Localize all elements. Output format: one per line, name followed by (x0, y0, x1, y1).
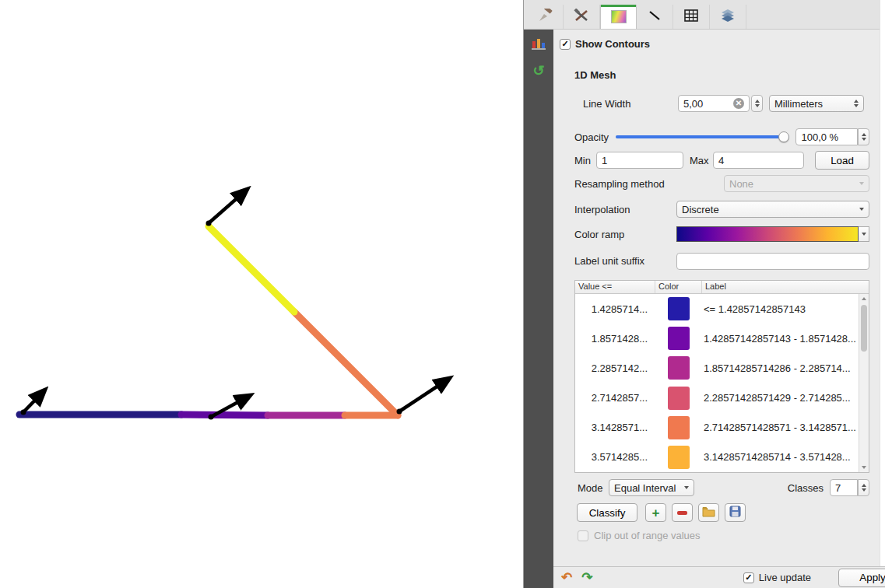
show-contours-checkbox[interactable]: ✓ (560, 39, 571, 50)
line-width-input[interactable]: 5,00 ✕ (678, 95, 750, 112)
history-button[interactable]: ↺ (529, 61, 549, 81)
table-row[interactable]: 2.7142857...2.28571428571429 - 2.714285.… (575, 383, 859, 413)
class-label[interactable]: 1.42857142857143 - 1.8571428... (702, 333, 859, 345)
live-update-checkbox[interactable]: ✓ (743, 572, 754, 583)
panel-side-toolbar: ↺ (524, 30, 553, 588)
tab-symbology[interactable] (527, 5, 564, 29)
remove-class-button[interactable] (672, 503, 693, 522)
resampling-label: Resampling method (574, 178, 724, 190)
table-row[interactable]: 1.4285714...<= 1.42857142857143 (575, 294, 859, 324)
class-color-swatch[interactable] (668, 446, 690, 469)
opacity-stepper[interactable] (858, 128, 869, 145)
tab-mesh-settings[interactable] (564, 5, 600, 29)
map-canvas[interactable] (0, 0, 523, 588)
layer-styling-panel: ↺ ✓ Show Contours 1D Mesh Line Width 5,0… (523, 0, 885, 588)
color-ramp-preview[interactable] (676, 226, 859, 242)
class-value[interactable]: 1.8571428... (575, 333, 655, 345)
spin-up-icon[interactable] (755, 100, 760, 103)
class-label[interactable]: 3.14285714285714 - 3.571428... (702, 451, 859, 463)
class-color-cell (655, 327, 702, 350)
classes-input[interactable]: 7 (830, 479, 858, 496)
mode-label: Mode (578, 482, 609, 494)
color-ramp-menu-arrow[interactable] (859, 226, 869, 242)
class-value[interactable]: 2.2857142... (575, 362, 655, 374)
plus-icon: + (652, 506, 660, 520)
layers-icon (720, 9, 736, 25)
load-style-button[interactable] (698, 503, 719, 522)
spin-down-icon[interactable] (755, 104, 760, 107)
slider-handle[interactable] (778, 131, 789, 142)
class-value[interactable]: 3.5714285... (575, 451, 655, 463)
class-color-swatch[interactable] (668, 356, 690, 380)
class-color-cell (655, 416, 702, 439)
class-label[interactable]: 1.85714285714286 - 2.285714... (702, 362, 859, 374)
chevron-down-icon (855, 208, 864, 211)
table-row[interactable]: 2.2857142...1.85714285714286 - 2.285714.… (575, 353, 859, 383)
tab-averaging[interactable] (710, 5, 746, 29)
opacity-slider[interactable] (616, 131, 790, 143)
mesh-edge (209, 226, 294, 312)
color-ramp-button[interactable] (676, 226, 869, 242)
classes-table[interactable]: Value <= Color Label 1.4285714...<= 1.42… (574, 280, 869, 473)
interpolation-row: Interpolation Discrete (574, 200, 869, 219)
class-value[interactable]: 3.1428571... (575, 422, 655, 433)
label-column-header[interactable]: Label (702, 281, 869, 293)
class-label[interactable]: 2.71428571428571 - 3.1428571... (702, 422, 859, 433)
clip-label: Clip out of range values (594, 530, 701, 541)
crossed-tools-icon (574, 9, 589, 25)
opacity-label: Opacity (574, 131, 616, 143)
tab-rendering[interactable] (673, 5, 710, 29)
class-value[interactable]: 1.4285714... (575, 303, 655, 315)
panel-scrollbar[interactable] (880, 0, 885, 588)
live-update-group: ✓ Live update (743, 572, 811, 583)
chevron-down-icon (855, 182, 864, 185)
label-suffix-input[interactable] (676, 253, 869, 270)
minus-icon (677, 511, 687, 515)
min-input[interactable]: 1 (596, 152, 683, 169)
table-row[interactable]: 3.1428571...2.71428571428571 - 3.1428571… (575, 413, 859, 443)
redo-icon[interactable]: ↷ (581, 571, 592, 584)
table-scrollbar[interactable] (859, 294, 869, 472)
interpolation-dropdown[interactable]: Discrete (676, 201, 869, 218)
table-row[interactable]: 1.8571428...1.42857142857143 - 1.8571428… (575, 324, 859, 353)
show-contours-label: Show Contours (575, 38, 650, 50)
tab-contours[interactable] (600, 5, 637, 29)
color-column-header[interactable]: Color (655, 281, 702, 293)
class-label[interactable]: <= 1.42857142857143 (702, 303, 859, 315)
mesh-edge (181, 415, 268, 415)
mode-dropdown[interactable]: Equal Interval (609, 479, 694, 496)
add-class-button[interactable]: + (645, 503, 666, 522)
opacity-slider-fill (616, 135, 790, 138)
class-color-swatch[interactable] (668, 327, 690, 350)
table-row[interactable]: 3.5714285...3.14285714285714 - 3.571428.… (575, 443, 859, 472)
class-label[interactable]: 2.28571428571429 - 2.714285... (702, 392, 859, 404)
opacity-value-input[interactable]: 100,0 % (795, 128, 858, 145)
color-ramp-row: Color ramp (574, 225, 869, 243)
undo-icon[interactable]: ↶ (561, 571, 572, 584)
clip-row: Clip out of range values (578, 530, 869, 541)
label-suffix-label: Label unit suffix (574, 255, 676, 268)
line-width-unit-dropdown[interactable]: Millimeters (769, 95, 864, 112)
scroll-up-icon[interactable] (862, 297, 866, 300)
resampling-value: None (729, 178, 753, 190)
class-color-swatch[interactable] (668, 387, 690, 410)
class-color-swatch[interactable] (668, 297, 690, 320)
save-style-button[interactable] (725, 503, 746, 522)
load-button[interactable]: Load (815, 151, 869, 170)
symbology-style-button[interactable] (529, 34, 549, 54)
class-value[interactable]: 2.7142857... (575, 392, 655, 404)
classes-stepper[interactable] (858, 479, 869, 496)
value-column-header[interactable]: Value <= (575, 281, 655, 293)
table-scrollbar-thumb[interactable] (861, 305, 867, 352)
classify-button[interactable]: Classify (577, 503, 637, 522)
max-input[interactable]: 4 (713, 152, 804, 169)
min-value: 1 (602, 155, 607, 166)
clear-icon[interactable]: ✕ (733, 98, 744, 109)
class-color-swatch[interactable] (668, 416, 690, 439)
class-color-cell (655, 446, 702, 469)
tab-vectors[interactable] (637, 5, 673, 29)
apply-button[interactable]: Apply (838, 569, 885, 587)
line-width-stepper[interactable] (751, 95, 763, 112)
scroll-down-icon[interactable] (862, 466, 866, 469)
clip-checkbox[interactable] (578, 530, 588, 541)
